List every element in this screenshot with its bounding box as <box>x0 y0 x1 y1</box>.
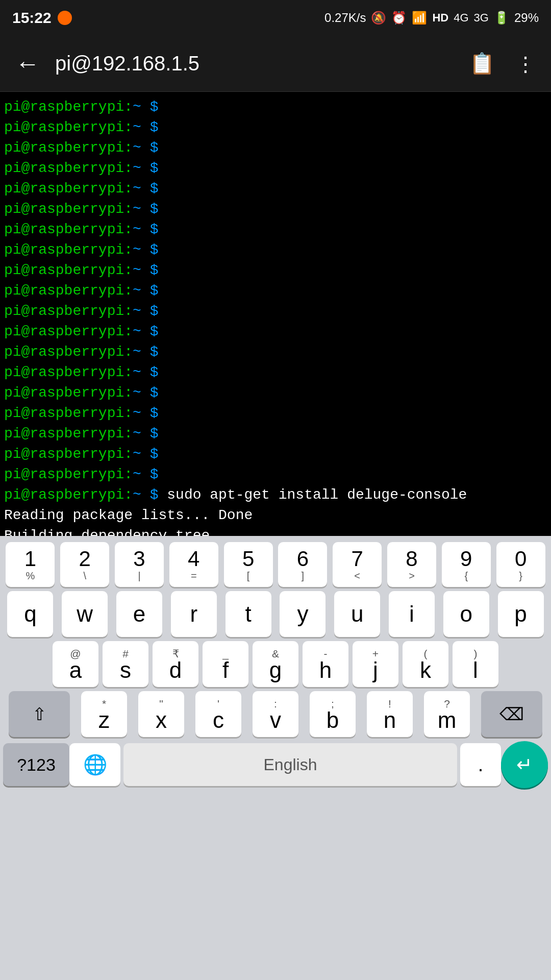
num-key-9[interactable]: 9{ <box>442 542 491 587</box>
key-sublabel: % <box>26 571 35 581</box>
status-right: 0.27K/s 🔕 ⏰ 📶 HD 4G 3G 🔋 29% <box>324 11 539 25</box>
keyboard: 1%2\3|4=5[6]7<8>9{0} qwertyuiop @a#s₹d_f… <box>0 536 551 980</box>
key-label: d <box>169 659 182 681</box>
letter-key-f[interactable]: _f <box>203 641 248 687</box>
letter-key-r[interactable]: r <box>171 591 217 637</box>
letter-key-d[interactable]: ₹d <box>153 641 198 687</box>
alarm-icon: ⏰ <box>391 11 407 25</box>
term-empty-line: pi@raspberrypi:~ $ <box>4 138 547 158</box>
num-key-3[interactable]: 3| <box>115 542 164 587</box>
letter-key-c[interactable]: 'c <box>195 691 241 737</box>
period-label: . <box>478 755 484 774</box>
letter-key-s[interactable]: #s <box>103 641 148 687</box>
letter-key-e[interactable]: e <box>116 591 162 637</box>
key-sublabel: ] <box>302 571 305 581</box>
letter-key-b[interactable]: ;b <box>310 691 356 737</box>
letter-key-m[interactable]: ?m <box>424 691 470 737</box>
backspace-icon: ⌫ <box>499 705 524 723</box>
back-button[interactable]: ← <box>10 46 45 81</box>
term-empty-line: pi@raspberrypi:~ $ <box>4 117 547 138</box>
key-label: t <box>245 603 251 625</box>
letter-key-l[interactable]: )l <box>453 641 498 687</box>
key-label: h <box>319 659 332 681</box>
key-label: u <box>351 603 363 625</box>
letter-key-g[interactable]: &g <box>253 641 298 687</box>
num123-key[interactable]: ?123 <box>3 743 69 786</box>
key-label: a <box>69 659 82 681</box>
4g-label: 4G <box>454 11 468 24</box>
clipboard-button[interactable]: 📋 <box>464 46 500 81</box>
num-key-6[interactable]: 6] <box>278 542 327 587</box>
letter-key-t[interactable]: t <box>226 591 271 637</box>
key-sublabel: = <box>191 571 197 581</box>
backspace-key[interactable]: ⌫ <box>481 691 542 737</box>
num-key-5[interactable]: 5[ <box>224 542 273 587</box>
key-label: v <box>270 709 281 731</box>
letter-key-o[interactable]: o <box>443 591 489 637</box>
key-label: 4 <box>188 548 199 570</box>
key-label: y <box>297 603 308 625</box>
key-label: 7 <box>351 548 363 570</box>
shift-key[interactable]: ⇧ <box>9 691 70 737</box>
letter-key-h[interactable]: -h <box>303 641 348 687</box>
more-options-button[interactable]: ⋮ <box>510 47 541 81</box>
number-row: 1%2\3|4=5[6]7<8>9{0} <box>0 540 551 589</box>
num-key-8[interactable]: 8> <box>387 542 436 587</box>
letter-key-k[interactable]: (k <box>403 641 448 687</box>
term-empty-line: pi@raspberrypi:~ $ <box>4 322 547 342</box>
globe-icon: 🌐 <box>83 755 107 774</box>
letter-key-n[interactable]: !n <box>367 691 413 737</box>
letter-key-j[interactable]: +j <box>353 641 398 687</box>
key-label: o <box>460 603 472 625</box>
term-empty-line: pi@raspberrypi:~ $ <box>4 464 547 485</box>
letter-key-v[interactable]: :v <box>253 691 298 737</box>
key-sublabel: > <box>409 571 415 581</box>
asdf-row: @a#s₹d_f&g-h+j(k)l <box>0 639 551 689</box>
key-label: 3 <box>133 548 145 570</box>
key-label: f <box>222 659 229 681</box>
letter-key-i[interactable]: i <box>389 591 435 637</box>
key-label: j <box>373 659 378 681</box>
zxcv-row: ⇧*z"x'c:v;b!n?m⌫ <box>0 689 551 739</box>
num-key-7[interactable]: 7< <box>333 542 382 587</box>
key-label: l <box>473 659 478 681</box>
letter-key-a[interactable]: @a <box>53 641 98 687</box>
letter-key-y[interactable]: y <box>280 591 325 637</box>
mute-icon: 🔕 <box>371 11 386 25</box>
key-label: n <box>384 709 396 731</box>
term-empty-line: pi@raspberrypi:~ $ <box>4 97 547 117</box>
letter-key-w[interactable]: w <box>62 591 108 637</box>
key-label: c <box>213 709 224 731</box>
letter-key-q[interactable]: q <box>7 591 53 637</box>
key-label: w <box>77 603 93 625</box>
network-speed: 0.27K/s <box>324 11 366 25</box>
notification-dot <box>58 11 72 25</box>
letter-key-z[interactable]: *z <box>81 691 127 737</box>
enter-icon: ↵ <box>516 755 533 774</box>
key-sublabel: < <box>354 571 360 581</box>
space-key[interactable]: English <box>123 743 457 786</box>
key-label: z <box>98 709 110 731</box>
enter-key[interactable]: ↵ <box>501 741 548 788</box>
key-label: 8 <box>406 548 417 570</box>
key-label: 9 <box>460 548 472 570</box>
key-label: q <box>24 603 36 625</box>
letter-key-p[interactable]: p <box>498 591 544 637</box>
term-output-line: Building dependency tree <box>4 526 547 536</box>
letter-key-x[interactable]: "x <box>138 691 184 737</box>
terminal-view[interactable]: pi@raspberrypi:~ $pi@raspberrypi:~ $pi@r… <box>0 92 551 536</box>
num-key-1[interactable]: 1% <box>6 542 55 587</box>
term-output-line: Reading package lists... Done <box>4 505 547 526</box>
globe-key[interactable]: 🌐 <box>69 743 120 786</box>
term-empty-line: pi@raspberrypi:~ $ <box>4 342 547 362</box>
num-key-4[interactable]: 4= <box>169 542 218 587</box>
letter-key-u[interactable]: u <box>334 591 380 637</box>
key-label: 5 <box>242 548 254 570</box>
term-empty-line: pi@raspberrypi:~ $ <box>4 424 547 444</box>
wifi-icon: 📶 <box>412 11 427 25</box>
shift-icon: ⇧ <box>32 705 46 723</box>
period-key[interactable]: . <box>460 743 501 786</box>
num-key-0[interactable]: 0} <box>496 542 545 587</box>
qwerty-row: qwertyuiop <box>0 589 551 639</box>
num-key-2[interactable]: 2\ <box>60 542 109 587</box>
